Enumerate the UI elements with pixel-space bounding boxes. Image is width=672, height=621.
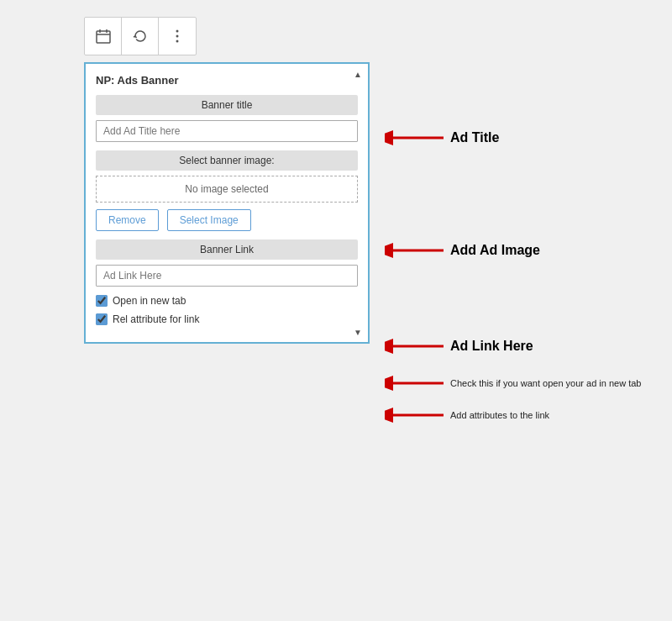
more-button[interactable]: [159, 18, 196, 55]
spacer-image: [385, 150, 635, 242]
open-new-tab-row: Open in new tab: [96, 295, 358, 307]
ad-link-arrow: [385, 338, 444, 355]
banner-image-label: Select banner image:: [96, 150, 358, 171]
no-image-box: No image selected: [96, 176, 358, 203]
refresh-button[interactable]: [122, 18, 159, 55]
svg-point-5: [176, 35, 179, 38]
layout-wrapper: ▲ NP: Ads Banner Banner title Select ban…: [84, 62, 672, 427]
annotation-rel-attr: Add attributes to the link: [385, 407, 635, 424]
svg-point-6: [176, 40, 179, 43]
ad-title-arrow: [385, 129, 444, 146]
annotation-ad-link: Ad Link Here: [385, 338, 635, 355]
scroll-down-arrow[interactable]: ▼: [351, 325, 365, 339]
panel-title: NP: Ads Banner: [96, 74, 358, 87]
rel-note: Add attributes to the link: [450, 410, 549, 420]
open-new-tab-label: Open in new tab: [113, 295, 186, 307]
calendar-button[interactable]: [85, 18, 122, 55]
annotations-column: Ad Title Add Ad Image: [385, 62, 635, 427]
banner-title-input[interactable]: [96, 120, 358, 142]
annotation-open-tab: Check this if you want open your ad in n…: [385, 375, 635, 392]
banner-title-label: Banner title: [96, 95, 358, 115]
annotation-add-ad-image: Add Ad Image: [385, 242, 635, 259]
spacer-title: [385, 62, 635, 129]
rel-attribute-checkbox[interactable]: [96, 313, 108, 325]
spacer-checkbox: [385, 358, 635, 375]
toolbar: [84, 17, 197, 55]
scroll-up-arrow[interactable]: ▲: [351, 67, 365, 81]
remove-button[interactable]: Remove: [96, 209, 159, 231]
svg-point-4: [176, 30, 179, 33]
add-ad-image-arrow: [385, 242, 444, 259]
ads-banner-panel: ▲ NP: Ads Banner Banner title Select ban…: [84, 62, 370, 344]
rel-attribute-label: Rel attribute for link: [113, 313, 199, 325]
rel-attribute-row: Rel attribute for link: [96, 313, 358, 325]
annotation-ad-title: Ad Title: [385, 129, 635, 146]
rel-attr-arrow: [385, 407, 444, 424]
open-new-tab-checkbox[interactable]: [96, 295, 108, 307]
svg-rect-0: [97, 31, 110, 43]
banner-link-label: Banner Link: [96, 239, 358, 260]
ad-title-label: Ad Title: [450, 130, 499, 145]
banner-link-input[interactable]: [96, 265, 358, 287]
spacer-link: [385, 262, 635, 338]
select-image-button[interactable]: Select Image: [167, 209, 251, 231]
image-button-row: Remove Select Image: [96, 209, 358, 231]
main-container: ▲ NP: Ads Banner Banner title Select ban…: [84, 17, 588, 427]
ad-link-label: Ad Link Here: [450, 339, 533, 354]
panel-wrapper: ▲ NP: Ads Banner Banner title Select ban…: [84, 62, 370, 344]
open-tab-note: Check this if you want open your ad in n…: [450, 378, 635, 388]
add-ad-image-label: Add Ad Image: [450, 243, 540, 258]
open-tab-arrow: [385, 375, 444, 392]
